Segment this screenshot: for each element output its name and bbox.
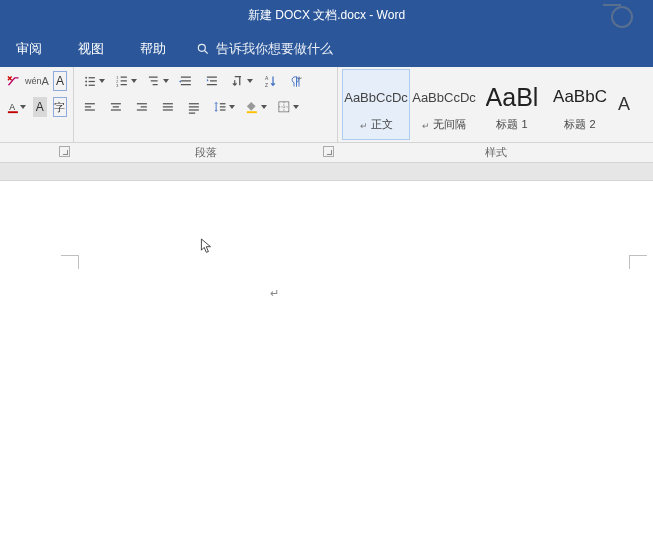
paragraph-group: 123 AZ ↵ (74, 67, 338, 142)
svg-rect-47 (246, 111, 256, 113)
align-center-button[interactable] (106, 97, 126, 117)
style-label: 标题 2 (564, 117, 595, 132)
svg-rect-17 (150, 80, 157, 81)
svg-rect-9 (88, 84, 94, 85)
svg-rect-39 (162, 109, 172, 110)
svg-rect-34 (136, 103, 146, 104)
bullets-button[interactable] (80, 71, 100, 91)
tell-me-label: 告诉我你想要做什么 (216, 40, 333, 58)
align-justify-button[interactable] (158, 97, 178, 117)
shading-button[interactable] (242, 97, 262, 117)
increase-indent-button[interactable] (202, 71, 222, 91)
svg-rect-7 (88, 80, 94, 81)
svg-text:A: A (264, 75, 268, 81)
svg-rect-41 (188, 106, 198, 107)
font-group: wénA A A A 字 (0, 67, 74, 142)
tell-me-search[interactable]: 告诉我你想要做什么 (196, 40, 333, 58)
svg-rect-13 (120, 80, 126, 81)
style-normal[interactable]: AaBbCcDc 正文 (342, 69, 410, 140)
style-no-spacing[interactable]: AaBbCcDc 无间隔 (410, 69, 478, 140)
styles-gallery: AaBbCcDc 正文 AaBbCcDc 无间隔 AaBl 标题 1 AaBbC… (338, 67, 653, 142)
search-icon (196, 42, 210, 56)
paragraph-dialog-launcher[interactable] (323, 146, 334, 157)
svg-rect-16 (148, 76, 157, 77)
svg-rect-40 (188, 103, 198, 104)
svg-rect-30 (84, 109, 94, 110)
style-preview: AaBbCcDc (412, 79, 476, 115)
page-margin-corner-left (61, 255, 79, 269)
clear-formatting-icon[interactable] (6, 71, 21, 91)
text-direction-button[interactable] (228, 71, 248, 91)
title-bar: 新建 DOCX 文档.docx - Word (0, 0, 653, 30)
svg-rect-37 (162, 103, 172, 104)
svg-rect-42 (188, 109, 198, 110)
svg-rect-23 (210, 80, 217, 81)
svg-rect-31 (110, 103, 120, 104)
svg-text:A: A (9, 102, 15, 112)
svg-rect-21 (180, 84, 190, 85)
tab-help[interactable]: 帮助 (134, 36, 172, 62)
svg-rect-46 (219, 109, 225, 110)
style-heading-1[interactable]: AaBl 标题 1 (478, 69, 546, 140)
svg-text:3: 3 (116, 83, 118, 87)
svg-point-0 (198, 44, 205, 51)
svg-rect-43 (188, 112, 194, 113)
ruler-strip (0, 163, 653, 181)
align-right-button[interactable] (132, 97, 152, 117)
svg-rect-32 (112, 106, 118, 107)
enclose-characters-icon[interactable]: 字 (53, 97, 67, 117)
ribbon: wénA A A A 字 123 AZ ↵ (0, 67, 653, 143)
overlay-badge-icon (611, 6, 633, 28)
svg-rect-22 (206, 76, 216, 77)
style-heading-2[interactable]: AaBbC 标题 2 (546, 69, 614, 140)
phonetic-guide-icon[interactable]: wénA (27, 71, 47, 91)
mouse-cursor-icon (200, 237, 214, 255)
svg-text:Z: Z (264, 81, 267, 87)
font-group-label (0, 143, 74, 162)
paragraph-group-label: 段落 (74, 143, 338, 162)
font-dialog-launcher[interactable] (59, 146, 70, 157)
tab-review[interactable]: 审阅 (10, 36, 48, 62)
show-formatting-marks-button[interactable]: ↵ (286, 71, 306, 91)
svg-rect-18 (152, 84, 157, 85)
svg-rect-36 (136, 109, 146, 110)
paragraph-mark-icon (422, 119, 430, 131)
svg-point-8 (85, 84, 87, 86)
style-preview: AaBbC (553, 79, 607, 115)
style-preview: AaBl (486, 79, 539, 115)
character-shading-icon[interactable]: A (33, 97, 47, 117)
style-preview: AaBbCcDc (344, 79, 408, 115)
svg-rect-20 (180, 80, 190, 81)
numbering-button[interactable]: 123 (112, 71, 132, 91)
styles-group-label: 样式 (338, 143, 653, 162)
svg-rect-3 (8, 111, 18, 113)
styles-label-text: 样式 (485, 145, 507, 160)
character-border-icon[interactable]: A (53, 71, 67, 91)
align-left-button[interactable] (80, 97, 100, 117)
svg-line-1 (205, 50, 208, 53)
page-margin-corner-right (629, 255, 647, 269)
style-label: 标题 1 (496, 117, 527, 132)
align-distributed-button[interactable] (184, 97, 204, 117)
multilevel-list-button[interactable] (144, 71, 164, 91)
style-cutoff: A (614, 69, 634, 140)
line-spacing-button[interactable] (210, 97, 230, 117)
tab-view[interactable]: 视图 (72, 36, 110, 62)
svg-rect-29 (84, 106, 90, 107)
document-canvas[interactable]: ↵ (0, 181, 653, 551)
svg-rect-11 (120, 76, 126, 77)
style-label: 正文 (371, 117, 393, 132)
borders-button[interactable] (274, 97, 294, 117)
svg-rect-38 (162, 106, 172, 107)
svg-rect-5 (88, 77, 94, 78)
sort-button[interactable]: AZ (260, 71, 280, 91)
ribbon-group-labels: 段落 样式 (0, 143, 653, 163)
decrease-indent-button[interactable] (176, 71, 196, 91)
svg-point-6 (85, 80, 87, 82)
svg-rect-45 (219, 106, 225, 107)
svg-rect-19 (180, 76, 190, 77)
window-title: 新建 DOCX 文档.docx - Word (248, 7, 405, 24)
svg-rect-35 (140, 106, 146, 107)
svg-point-4 (85, 76, 87, 78)
font-color-button[interactable]: A (6, 97, 21, 117)
